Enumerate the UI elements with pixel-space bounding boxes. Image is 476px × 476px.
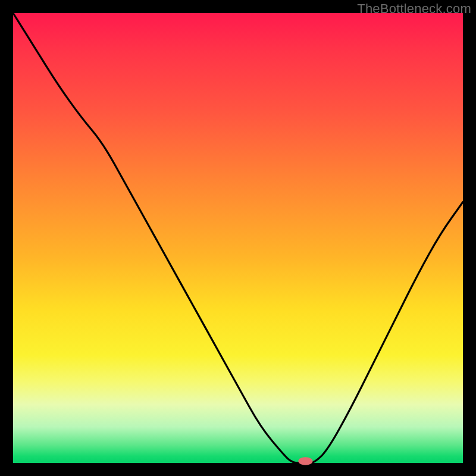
chart-frame: TheBottleneck.com — [0, 0, 476, 476]
watermark-text: TheBottleneck.com — [357, 1, 471, 17]
optimal-point-marker — [298, 457, 312, 465]
plot-area — [13, 13, 463, 463]
curve-path — [13, 13, 463, 463]
bottleneck-curve — [13, 13, 463, 463]
